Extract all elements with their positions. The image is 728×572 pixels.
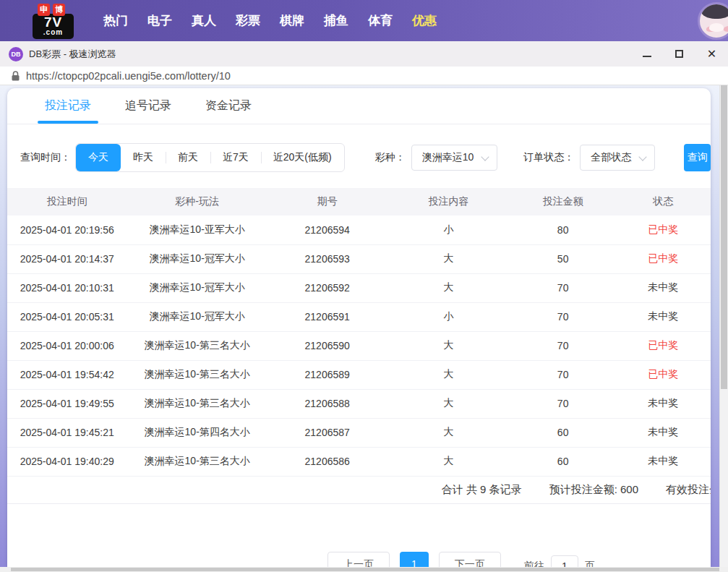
cell-content: 小 xyxy=(387,302,510,331)
cell-time: 2025-04-01 19:54:42 xyxy=(7,360,127,389)
table-body: 2025-04-01 20:19:56澳洲幸运10-亚军大小21206594小8… xyxy=(7,215,711,476)
bet-records-table: 投注时间彩种-玩法期号投注内容投注金额状态 2025-04-01 20:19:5… xyxy=(7,188,711,477)
close-button[interactable]: ✕ xyxy=(695,41,728,67)
time-option-0[interactable]: 今天 xyxy=(76,144,121,171)
table-row: 2025-04-01 20:05:31澳洲幸运10-冠军大小21206591小7… xyxy=(7,302,711,331)
table-row: 2025-04-01 19:54:42澳洲幸运10-第三名大小21206589大… xyxy=(7,360,711,389)
next-page-button[interactable]: 下一页 xyxy=(439,552,501,567)
url-text: https://ctopcp02pcali.uengi5e.com/lotter… xyxy=(26,70,231,82)
table-row: 2025-04-01 20:10:31澳洲幸运10-冠军大小21206592大7… xyxy=(7,273,711,302)
browser-favicon: DB xyxy=(9,47,23,61)
cell-time: 2025-04-01 20:14:37 xyxy=(7,244,127,273)
nav-item-4[interactable]: 棋牌 xyxy=(280,12,304,29)
window-controls: ✕ xyxy=(630,41,728,67)
minimize-button[interactable] xyxy=(630,41,663,67)
goto-page: 前往 页 xyxy=(524,552,595,567)
cell-game: 澳洲幸运10-第三名大小 xyxy=(127,360,267,389)
order-status-select[interactable]: 全部状态 xyxy=(580,145,655,171)
cell-content: 大 xyxy=(387,331,510,360)
cell-game: 澳洲幸运10-第四名大小 xyxy=(127,418,267,447)
cell-issue: 21206588 xyxy=(267,389,387,418)
filter-bar: 查询时间： 今天昨天前天近7天近20天(低频) 彩种： 澳洲幸运10 订单状态：… xyxy=(20,143,711,172)
content-card: 投注记录追号记录资金记录 查询时间： 今天昨天前天近7天近20天(低频) 彩种：… xyxy=(7,88,711,567)
cell-issue: 21206590 xyxy=(267,331,387,360)
cell-game: 澳洲幸运10-冠军大小 xyxy=(127,302,267,331)
status-select-value: 全部状态 xyxy=(591,151,631,164)
cell-status: 已中奖 xyxy=(616,331,711,360)
vertical-scrollbar-thumb[interactable] xyxy=(721,85,727,389)
goto-label: 前往 xyxy=(524,560,544,567)
cell-content: 大 xyxy=(387,447,510,476)
lottery-select-value: 澳洲幸运10 xyxy=(422,151,474,164)
column-header: 投注内容 xyxy=(387,188,510,215)
column-header: 投注时间 xyxy=(7,188,127,215)
cell-content: 大 xyxy=(387,418,510,447)
cell-amount: 60 xyxy=(510,418,616,447)
logo-badge-bo: 博 xyxy=(53,4,65,16)
cell-content: 大 xyxy=(387,360,510,389)
nav-item-2[interactable]: 真人 xyxy=(192,12,216,29)
cell-game: 澳洲幸运10-第三名大小 xyxy=(127,389,267,418)
cell-content: 大 xyxy=(387,273,510,302)
lottery-select[interactable]: 澳洲幸运10 xyxy=(411,145,498,171)
column-header: 期号 xyxy=(267,188,387,215)
table-row: 2025-04-01 19:49:55澳洲幸运10-第三名大小21206588大… xyxy=(7,389,711,418)
logo-main-text: 7V xyxy=(33,15,74,29)
goto-page-input[interactable] xyxy=(551,555,578,567)
site-logo[interactable]: 申 博 7V .com xyxy=(33,3,76,39)
cell-amount: 50 xyxy=(510,244,616,273)
cell-content: 小 xyxy=(387,215,510,244)
cell-amount: 70 xyxy=(510,389,616,418)
cell-time: 2025-04-01 19:49:55 xyxy=(7,389,127,418)
nav-item-0[interactable]: 热门 xyxy=(103,12,128,29)
cell-game: 澳洲幸运10-第三名大小 xyxy=(127,447,267,476)
cell-game: 澳洲幸运10-冠军大小 xyxy=(127,273,267,302)
horizontal-scrollbar[interactable] xyxy=(0,567,728,572)
cell-issue: 21206591 xyxy=(267,302,387,331)
time-option-3[interactable]: 近7天 xyxy=(210,144,261,171)
window-title: DB彩票 - 极速浏览器 xyxy=(29,48,116,61)
nav-item-5[interactable]: 捕鱼 xyxy=(324,12,348,29)
user-avatar[interactable] xyxy=(698,2,728,40)
prev-page-button[interactable]: 上一页 xyxy=(327,552,390,567)
maximize-button[interactable] xyxy=(663,41,695,67)
tab-1[interactable]: 追号记录 xyxy=(125,88,171,124)
nav-item-3[interactable]: 彩票 xyxy=(236,12,260,29)
nav-item-7[interactable]: 优惠 xyxy=(412,12,437,29)
nav-item-1[interactable]: 电子 xyxy=(147,12,172,29)
top-navbar: 申 博 7V .com 热门电子真人彩票棋牌捕鱼体育优惠 xyxy=(0,0,728,41)
search-button[interactable]: 查询 xyxy=(684,144,711,171)
logo-badge-shen: 申 xyxy=(38,4,50,16)
cell-issue: 21206589 xyxy=(267,360,387,389)
tab-2[interactable]: 资金记录 xyxy=(205,88,252,124)
nav-item-6[interactable]: 体育 xyxy=(368,12,393,29)
cell-status: 未中奖 xyxy=(616,389,711,418)
current-page-button[interactable]: 1 xyxy=(400,552,429,567)
vertical-scrollbar[interactable] xyxy=(719,85,728,567)
cell-issue: 21206586 xyxy=(267,447,387,476)
table-row: 2025-04-01 20:19:56澳洲幸运10-亚军大小21206594小8… xyxy=(7,215,711,244)
cell-content: 大 xyxy=(387,389,510,418)
cell-time: 2025-04-01 20:10:31 xyxy=(7,273,127,302)
cell-status: 已中奖 xyxy=(616,215,711,244)
cell-time: 2025-04-01 20:19:56 xyxy=(7,215,127,244)
chevron-down-icon xyxy=(639,153,647,161)
horizontal-scrollbar-thumb[interactable] xyxy=(11,568,719,571)
pagination: 上一页 1 下一页 前往 页 xyxy=(327,552,595,567)
cell-issue: 21206592 xyxy=(267,273,387,302)
cell-amount: 80 xyxy=(510,215,616,244)
column-header: 状态 xyxy=(616,188,711,215)
time-option-2[interactable]: 前天 xyxy=(166,144,210,171)
cell-status: 未中奖 xyxy=(616,447,711,476)
cell-issue: 21206594 xyxy=(267,215,387,244)
browser-urlbar[interactable]: https://ctopcp02pcali.uengi5e.com/lotter… xyxy=(0,67,728,85)
time-option-1[interactable]: 昨天 xyxy=(121,144,166,171)
tab-0[interactable]: 投注记录 xyxy=(45,88,91,124)
time-option-4[interactable]: 近20天(低频) xyxy=(261,144,344,171)
cell-amount: 70 xyxy=(510,331,616,360)
cell-status: 未中奖 xyxy=(616,418,711,447)
table-row: 2025-04-01 19:40:29澳洲幸运10-第三名大小21206586大… xyxy=(7,447,711,476)
summary-total-records: 合计 共 9 条记录 xyxy=(442,483,522,497)
browser-titlebar: DB DB彩票 - 极速浏览器 ✕ xyxy=(0,41,728,67)
table-row: 2025-04-01 19:45:21澳洲幸运10-第四名大小21206587大… xyxy=(7,418,711,447)
